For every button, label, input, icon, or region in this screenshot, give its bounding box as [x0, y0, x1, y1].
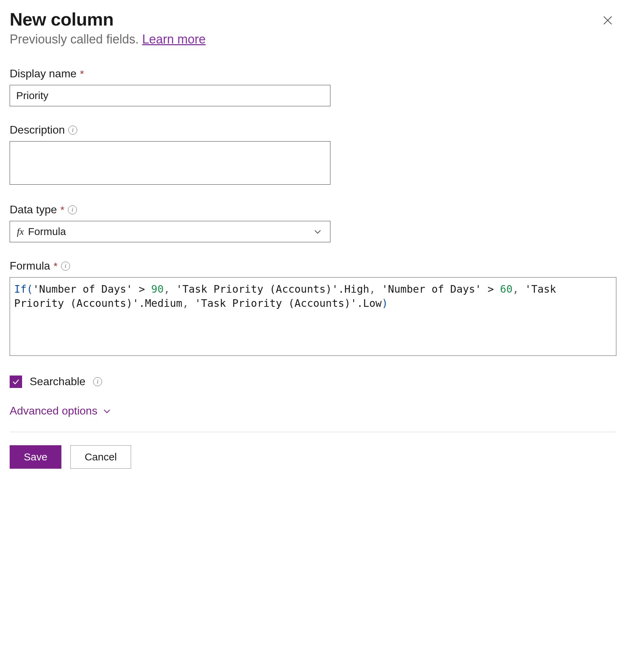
description-field: Description: [10, 124, 616, 186]
searchable-label: Searchable: [30, 375, 86, 388]
panel-title: New column: [10, 9, 113, 30]
formula-editor[interactable]: If('Number of Days' > 90, 'Task Priority…: [10, 277, 616, 356]
required-mark: *: [80, 68, 84, 80]
required-mark: *: [53, 260, 58, 272]
chevron-down-icon: [102, 406, 112, 416]
formula-field: Formula * If('Number of Days' > 90, 'Tas…: [10, 260, 616, 356]
description-label: Description: [10, 124, 65, 136]
data-type-field: Data type * fx Formula: [10, 203, 616, 242]
save-button[interactable]: Save: [10, 445, 61, 469]
info-icon[interactable]: [93, 377, 102, 386]
advanced-options-toggle[interactable]: Advanced options: [10, 405, 112, 417]
data-type-label: Data type: [10, 203, 57, 216]
panel-subtitle: Previously called fields. Learn more: [10, 32, 616, 47]
formula-label: Formula: [10, 260, 50, 272]
checkmark-icon: [12, 378, 20, 386]
data-type-selected: Formula: [28, 226, 66, 237]
info-icon[interactable]: [68, 205, 77, 214]
display-name-label: Display name: [10, 67, 77, 80]
required-mark: *: [60, 204, 64, 216]
display-name-field: Display name *: [10, 67, 616, 106]
close-icon: [602, 14, 614, 26]
display-name-input[interactable]: [10, 85, 330, 106]
subtitle-text: Previously called fields.: [10, 32, 142, 46]
formula-icon: fx: [17, 226, 24, 237]
chevron-down-icon: [313, 227, 322, 236]
panel-header: New column: [10, 9, 616, 30]
advanced-options-label: Advanced options: [10, 405, 97, 417]
searchable-checkbox[interactable]: [10, 376, 22, 388]
new-column-panel: New column Previously called fields. Lea…: [10, 9, 616, 469]
footer-divider: [10, 432, 616, 432]
footer-actions: Save Cancel: [10, 445, 616, 469]
data-type-select[interactable]: fx Formula: [10, 221, 330, 242]
searchable-field: Searchable: [10, 375, 616, 388]
learn-more-link[interactable]: Learn more: [142, 32, 206, 46]
info-icon[interactable]: [68, 126, 77, 135]
cancel-button[interactable]: Cancel: [70, 445, 131, 469]
description-input[interactable]: [10, 141, 330, 185]
close-button[interactable]: [599, 12, 616, 30]
info-icon[interactable]: [61, 262, 70, 271]
